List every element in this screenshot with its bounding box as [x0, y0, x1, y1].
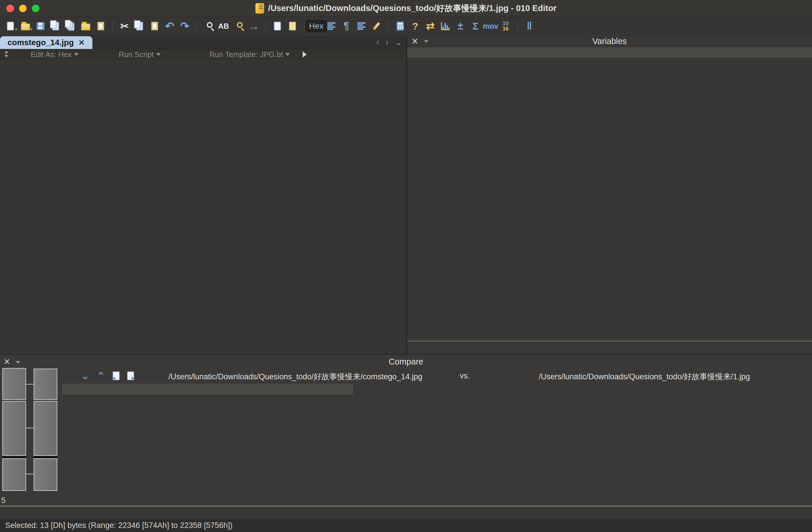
editor-column: comstego_14.jpg✕‹›⌄Edit As: HexRun Scrip… — [0, 36, 406, 354]
toolbar-save-icon[interactable] — [34, 20, 47, 32]
toolbar-separator — [196, 21, 197, 31]
compare-panel: ✕ Compare ⌄ ⌃ /Use — [0, 354, 812, 506]
zoom-window-button[interactable] — [32, 5, 39, 12]
next-difference-icon[interactable]: ⌄ — [81, 371, 89, 381]
main-toolbar: ▾▾✂↶↷AB→Hex¶?⇄±Σmov1016‖ — [0, 17, 812, 36]
toolbar-import-hex-icon[interactable] — [79, 20, 92, 32]
toolbar-save-all-icon[interactable] — [64, 20, 77, 32]
edit-as-dropdown[interactable]: Edit As: Hex — [31, 50, 79, 59]
close-tab-icon[interactable]: ✕ — [78, 38, 85, 47]
prev-tab-icon[interactable]: ‹ — [376, 37, 379, 47]
toolbar-calculator-icon[interactable] — [394, 20, 407, 32]
hex-editor-pane-a: comstego_14.jpg✕‹›⌄Edit As: HexRun Scrip… — [0, 36, 406, 195]
compare-title: Compare — [0, 357, 812, 366]
compare-file-b-path: /Users/lunatic/Downloads/Quesions_todo/好… — [507, 372, 782, 382]
toolbar-cut-icon[interactable]: ✂ — [118, 20, 131, 32]
toolbar-checksum-icon[interactable]: Σ — [469, 20, 482, 32]
collapse-pane-icon[interactable] — [4, 51, 9, 58]
close-panel-icon[interactable]: ✕ — [411, 36, 418, 46]
compare-result-count: 5 — [1, 496, 6, 505]
toolbar-paste-icon[interactable] — [148, 20, 161, 32]
run-script-dropdown[interactable]: Run Script — [119, 50, 161, 59]
variables-table-header — [407, 47, 812, 58]
pane-nav: ‹›⌄ — [376, 37, 402, 47]
bottom-tool-tabs — [0, 506, 812, 519]
traffic-lights — [6, 0, 39, 17]
next-tab-icon[interactable]: › — [386, 37, 389, 47]
run-template-play-icon[interactable] — [303, 51, 307, 58]
toolbar-new-file-icon[interactable]: ▾ — [4, 20, 17, 32]
variables-panel-tabs — [407, 341, 812, 354]
hex-editor-pane-b — [0, 195, 406, 354]
toolbar-highlight-pen-icon[interactable] — [370, 20, 383, 32]
toolbar-replace-icon[interactable]: AB — [217, 20, 230, 32]
tab-list-icon[interactable]: ⌄ — [395, 37, 402, 47]
compare-file-map — [2, 368, 58, 491]
toolbar-inc-dec-icon[interactable]: ± — [454, 20, 467, 32]
toolbar-separator — [388, 21, 389, 31]
toolbar-separator — [517, 21, 518, 31]
file-map-b — [33, 368, 57, 491]
toolbar-separator — [112, 21, 113, 31]
toolbar-redo-icon[interactable]: ↷ — [178, 20, 191, 32]
toolbar-export-hex-icon[interactable] — [95, 20, 107, 32]
toolbar-find-icon[interactable] — [202, 20, 215, 32]
compare-vs-label: vs. — [452, 372, 478, 380]
run-template-dropdown[interactable]: Run Template: JPG.bt — [209, 50, 290, 59]
toolbar-find-in-files-icon[interactable] — [232, 20, 245, 32]
toolbar-run-script-icon[interactable] — [271, 20, 284, 32]
toolbar-edit-as-icon[interactable] — [325, 20, 338, 32]
window-title: /Users/lunatic/Downloads/Quesions_todo/好… — [268, 3, 556, 14]
010-editor-window: /Users/lunatic/Downloads/Quesions_todo/好… — [0, 0, 812, 532]
close-window-button[interactable] — [6, 5, 14, 12]
compare-toolbar: ⌄ ⌃ — [81, 371, 134, 381]
previous-difference-icon[interactable]: ⌃ — [97, 371, 105, 381]
toolbar-histogram-icon[interactable] — [439, 20, 452, 32]
title-bar: /Users/lunatic/Downloads/Quesions_todo/好… — [0, 0, 812, 17]
toolbar-file-properties-icon[interactable]: ? — [409, 20, 422, 32]
toolbar-open-file-icon[interactable]: ▾ — [19, 20, 32, 32]
file-map-a — [2, 368, 26, 491]
status-bar: Selected: 13 [Dh] bytes (Range: 22346 [5… — [0, 519, 812, 532]
panel-menu-icon[interactable] — [424, 40, 429, 43]
document-icon — [256, 3, 264, 14]
toolbar-goto-icon[interactable]: → — [247, 20, 260, 32]
toolbar-run-template-icon[interactable] — [286, 20, 299, 32]
selection-status: Selected: 13 [Dh] bytes (Range: 22346 [5… — [5, 521, 233, 530]
toolbar-undo-icon[interactable]: ↶ — [163, 20, 176, 32]
toolbar-hex-mode-icon[interactable]: Hex — [310, 20, 323, 32]
toolbar-line-numbers-icon[interactable] — [355, 20, 368, 32]
variables-panel-title: Variables — [593, 37, 627, 46]
minimize-window-button[interactable] — [19, 5, 27, 12]
toolbar-disassembly-mov-icon[interactable]: mov — [484, 20, 497, 32]
compare-results-table — [62, 384, 353, 395]
toolbar-pause-icon[interactable]: ‖ — [523, 20, 536, 32]
variables-panel: ✕ Variables — [407, 36, 812, 354]
toolbar-separator — [304, 21, 305, 31]
copy-to-file-a-icon[interactable] — [113, 372, 120, 380]
toolbar-copy-icon[interactable] — [133, 20, 146, 32]
toolbar-save-as-icon[interactable] — [49, 20, 62, 32]
file-tab-comstego_14-jpg[interactable]: comstego_14.jpg✕ — [0, 36, 92, 49]
compare-file-a-path: /Users/lunatic/Downloads/Quesions_todo/好… — [150, 372, 440, 382]
toolbar-convert-10-16-icon[interactable]: 1016 — [499, 20, 512, 32]
copy-to-file-b-icon[interactable] — [127, 372, 134, 380]
toolbar-whitespace-icon[interactable]: ¶ — [340, 20, 353, 32]
toolbar-swap-bytes-icon[interactable]: ⇄ — [424, 20, 437, 32]
variables-table — [407, 58, 812, 199]
toolbar-separator — [265, 21, 266, 31]
